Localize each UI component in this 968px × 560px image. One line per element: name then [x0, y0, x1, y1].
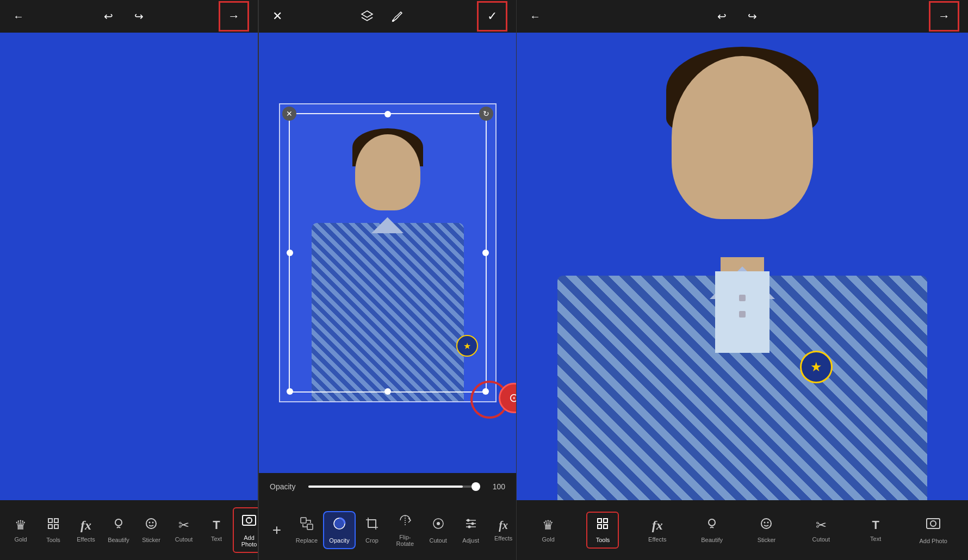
opacity-value: 100	[489, 482, 505, 491]
tool-replace[interactable]: Replace	[290, 512, 323, 548]
tool-effects[interactable]: fx Effects	[70, 514, 102, 547]
next-icon: →	[228, 9, 240, 23]
redo-button[interactable]: ↪	[129, 7, 148, 26]
opacity-tool-label: Opacity	[329, 537, 349, 544]
back-button[interactable]: ←	[9, 7, 28, 26]
effects-icon-3: fx	[652, 518, 663, 533]
topbar3-left: ←	[525, 7, 545, 26]
svg-rect-3	[54, 525, 58, 528]
button1	[739, 295, 746, 301]
add-photo-label: Add Photo	[239, 534, 258, 547]
layers-button[interactable]	[357, 7, 377, 26]
topbar3-right: →	[929, 1, 959, 32]
checkmark-icon: ✓	[487, 9, 497, 23]
head	[355, 134, 420, 210]
effects-label-3: Effects	[648, 536, 666, 543]
delete-icon: ⊙	[509, 391, 517, 405]
add-photo-icon-3	[926, 516, 941, 534]
svg-point-37	[764, 522, 766, 524]
svg-point-4	[115, 519, 122, 526]
tool-cutout-3[interactable]: ✂ Cutout	[805, 513, 837, 547]
gold-icon: ♛	[15, 518, 27, 533]
redo-button-3[interactable]: ↪	[742, 7, 762, 26]
tool-tools[interactable]: Tools	[37, 513, 70, 547]
svg-rect-14	[307, 524, 313, 530]
button2	[739, 311, 746, 318]
tool-beautify-3[interactable]: Beautify	[696, 513, 728, 547]
cutout-label: Cutout	[175, 536, 193, 543]
topbar-panel1: ← ↩ ↪ →	[0, 0, 258, 33]
tool-text-3[interactable]: T Text	[859, 514, 892, 546]
cutout-icon: ✂	[178, 518, 189, 533]
tool-sticker[interactable]: Sticker	[135, 513, 167, 547]
opacity-knob[interactable]	[471, 482, 480, 491]
tool-effects-3[interactable]: fx Effects	[641, 514, 674, 547]
topbar2-left: ✕	[268, 7, 287, 26]
svg-point-12	[392, 20, 394, 22]
tool-sticker-3[interactable]: Sticker	[750, 513, 783, 547]
tool-effects2[interactable]: fx Effects	[487, 515, 517, 546]
tool-opacity[interactable]: Opacity	[323, 511, 356, 549]
tool-tools-3[interactable]: Tools	[586, 512, 619, 549]
effects2-label: Effects	[494, 535, 512, 542]
jacket	[312, 223, 464, 402]
svg-rect-31	[598, 519, 601, 522]
svg-rect-13	[301, 518, 306, 523]
topbar-center: ↩ ↪	[98, 7, 148, 26]
sticker-icon	[145, 517, 158, 533]
next-icon-3: →	[938, 9, 950, 23]
svg-rect-8	[243, 515, 256, 525]
tool-gold[interactable]: ♛ Gold	[4, 513, 37, 547]
tools-label: Tools	[46, 537, 60, 543]
next-button[interactable]: →	[219, 1, 249, 32]
back-button-3[interactable]: ←	[525, 7, 545, 26]
beautify-label: Beautify	[108, 537, 129, 543]
panel2-tools: Replace Opacity Crop Flip-Rotate	[290, 509, 517, 551]
opacity-slider[interactable]	[308, 486, 480, 488]
tool-text[interactable]: T Text	[200, 514, 233, 546]
svg-point-24	[437, 522, 440, 525]
topbar-panel3: ← ↩ ↪ →	[517, 0, 968, 33]
tool-crop[interactable]: Crop	[356, 512, 388, 548]
cutout-label-3: Cutout	[812, 536, 830, 543]
canvas-area-3: ★	[517, 33, 968, 500]
photo-container[interactable]: ★ ✕ ↻ ⊙	[279, 103, 497, 402]
tool-beautify[interactable]: Beautify	[102, 513, 135, 547]
panel-2: ✕ ✓ ★	[258, 0, 517, 560]
close-button[interactable]: ✕	[268, 7, 287, 26]
tool-flip-rotate[interactable]: Flip-Rotate	[388, 509, 422, 551]
crop-icon	[365, 517, 379, 534]
panel-3: ← ↩ ↪ → ★	[517, 0, 968, 560]
adjust-icon	[464, 517, 478, 534]
photo-image: ★	[279, 103, 497, 402]
tool-cutout2[interactable]: Cutout	[422, 512, 455, 548]
undo-button[interactable]: ↩	[98, 7, 118, 26]
topbar-right: →	[219, 1, 249, 32]
flip-rotate-label: Flip-Rotate	[394, 534, 417, 547]
svg-point-29	[471, 522, 474, 525]
delete-float-button[interactable]: ⊙	[499, 383, 517, 413]
tool-cutout[interactable]: ✂ Cutout	[167, 513, 200, 547]
panel2-bottom-toolbar: + Replace Opacity Crop	[259, 500, 516, 560]
sticker-label-3: Sticker	[758, 537, 776, 543]
svg-marker-11	[362, 11, 373, 17]
brush-button[interactable]	[388, 7, 407, 26]
beautify-icon	[112, 517, 125, 533]
tool-add-photo[interactable]: Add Photo	[233, 507, 258, 553]
add-layer-button[interactable]: +	[263, 517, 290, 544]
effects2-icon: fx	[499, 519, 508, 532]
tool-gold-3[interactable]: ♛ Gold	[532, 513, 564, 547]
confirm-button[interactable]: ✓	[477, 1, 507, 32]
svg-rect-34	[604, 525, 607, 528]
opacity-icon	[332, 517, 346, 534]
undo-button-3[interactable]: ↩	[712, 7, 731, 26]
tool-add-photo-3[interactable]: Add Photo	[914, 512, 952, 549]
tool-adjust[interactable]: Adjust	[455, 512, 487, 548]
svg-rect-33	[598, 525, 601, 528]
svg-point-28	[467, 519, 469, 522]
next-button-3[interactable]: →	[929, 1, 959, 32]
svg-point-38	[767, 522, 769, 524]
opacity-fill	[308, 486, 463, 488]
panel-1: ← ↩ ↪ → ♛ Gold Tools fx Effects	[0, 0, 258, 560]
cutout2-icon	[431, 517, 445, 534]
